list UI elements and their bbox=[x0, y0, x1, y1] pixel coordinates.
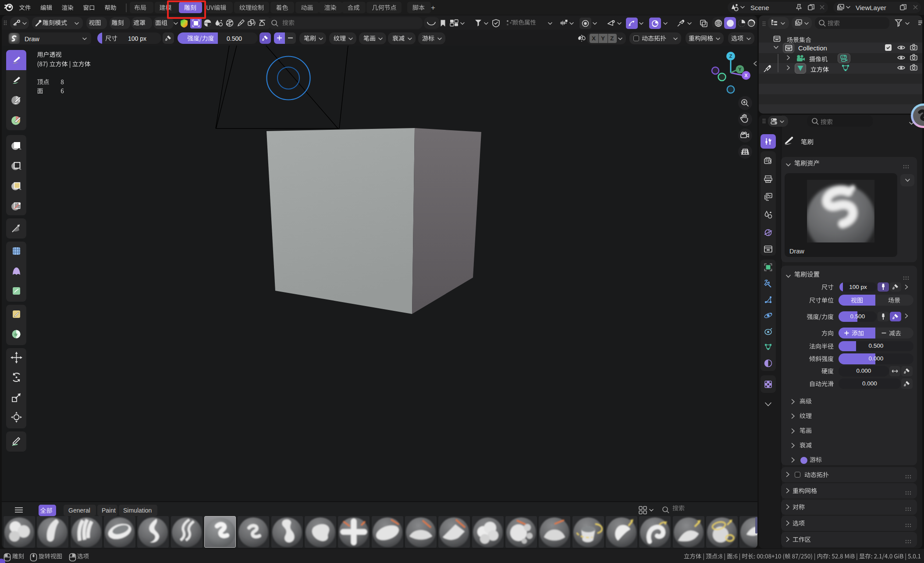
svg-text:Y: Y bbox=[738, 67, 742, 72]
svg-text:X: X bbox=[744, 73, 748, 78]
svg-text:Z: Z bbox=[729, 53, 732, 59]
